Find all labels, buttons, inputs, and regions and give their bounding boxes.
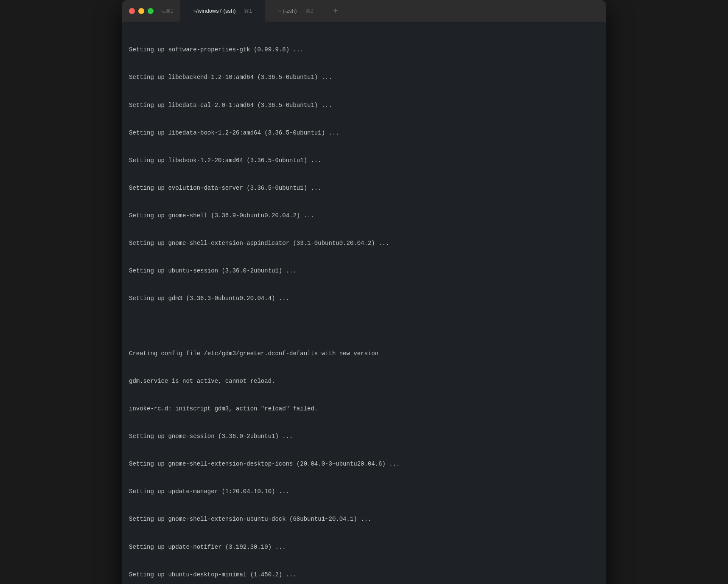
tab-ssh-title: ~/windows7 (ssh) xyxy=(193,8,236,14)
output-line-2: Setting up libebackend-1.2-10:amd64 (3.3… xyxy=(129,73,599,82)
output-line-19: Setting up ubuntu-desktop-minimal (1.450… xyxy=(129,570,599,580)
new-tab-button[interactable]: + xyxy=(326,0,345,22)
output-line-14: Setting up gnome-session (3.36.0-2ubuntu… xyxy=(129,432,599,441)
tab-zsh-title: ~ (-zsh) xyxy=(278,8,297,14)
output-line-15: Setting up gnome-shell-extension-desktop… xyxy=(129,460,599,469)
output-line-9: Setting up ubuntu-session (3.36.0-2ubunt… xyxy=(129,267,599,276)
output-line-17: Setting up gnome-shell-extension-ubuntu-… xyxy=(129,515,599,524)
minimize-button[interactable] xyxy=(138,8,144,14)
output-line-10: Setting up gdm3 (3.36.3-0ubuntu0.20.04.4… xyxy=(129,294,599,303)
output-line-18: Setting up update-notifier (3.192.30.10)… xyxy=(129,543,599,552)
tab-zsh[interactable]: ~ (-zsh) ⌘2 xyxy=(265,0,326,22)
output-line-6: Setting up evolution-data-server (3.36.5… xyxy=(129,184,599,193)
output-line-3: Setting up libedata-cal-2.0-1:amd64 (3.3… xyxy=(129,101,599,110)
output-line-1: Setting up software-properties-gtk (0.99… xyxy=(129,45,599,55)
terminal-body[interactable]: Setting up software-properties-gtk (0.99… xyxy=(122,22,606,584)
tab-ssh[interactable]: ~/windows7 (ssh) ⌘1 xyxy=(180,0,265,22)
output-line-8: Setting up gnome-shell-extension-appindi… xyxy=(129,239,599,248)
output-line-11: Creating config file /etc/gdm3/greeter.d… xyxy=(129,349,599,359)
output-line-7: Setting up gnome-shell (3.36.9-0ubuntu0.… xyxy=(129,211,599,221)
traffic-lights: ⌥⌘1 xyxy=(122,8,180,14)
output-line-4: Setting up libedata-book-1.2-26:amd64 (3… xyxy=(129,129,599,138)
maximize-button[interactable] xyxy=(148,8,154,14)
output-line-12: gdm.service is not active, cannot reload… xyxy=(129,377,599,386)
output-line-5: Setting up libebook-1.2-20:amd64 (3.36.5… xyxy=(129,156,599,166)
tab-ssh-shortcut: ⌘1 xyxy=(244,8,252,14)
blank-line-1 xyxy=(129,322,599,331)
output-line-13: invoke-rc.d: initscript gdm3, action "re… xyxy=(129,404,599,414)
terminal-output: Setting up software-properties-gtk (0.99… xyxy=(129,27,599,584)
close-button[interactable] xyxy=(129,8,135,14)
window-shortcut: ⌥⌘1 xyxy=(160,8,174,14)
titlebar: ⌥⌘1 ~/windows7 (ssh) ⌘1 ~ (-zsh) ⌘2 + xyxy=(122,0,606,22)
tab-zsh-shortcut: ⌘2 xyxy=(305,8,314,14)
output-line-16: Setting up update-manager (1:20.04.10.10… xyxy=(129,487,599,497)
terminal-window: ⌥⌘1 ~/windows7 (ssh) ⌘1 ~ (-zsh) ⌘2 + Se… xyxy=(122,0,606,584)
tab-bar: ~/windows7 (ssh) ⌘1 ~ (-zsh) ⌘2 + xyxy=(180,0,606,22)
